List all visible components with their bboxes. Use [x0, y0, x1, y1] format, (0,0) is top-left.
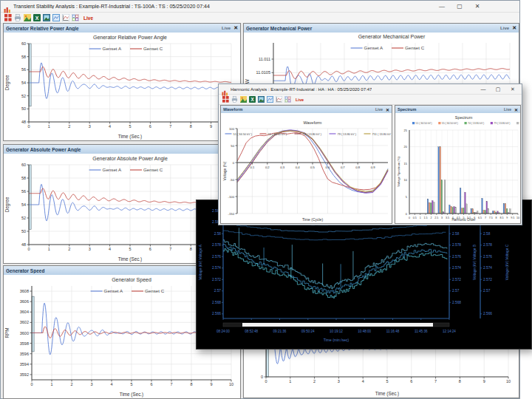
svg-text:2: 2 [430, 216, 432, 219]
svg-text:7: 7 [169, 124, 171, 129]
live-indicator: Live [83, 16, 93, 21]
line-plot-icon[interactable] [52, 14, 60, 21]
close-button[interactable]: ✕ [468, 1, 486, 12]
waveform-chart[interactable]: 0.10.20.30.40.50.60.70.80.9-150-100-5005… [221, 113, 392, 223]
svg-text:751 ( 13.80 kV ): 751 ( 13.80 kV ) [520, 122, 521, 125]
svg-text:52: 52 [21, 216, 26, 220]
svg-text:Time (Sec.): Time (Sec.) [118, 134, 142, 140]
maximize-button[interactable]: ▢ [491, 84, 505, 94]
svg-text:0.5: 0.5 [413, 216, 417, 219]
svg-text:3: 3 [90, 382, 92, 386]
svg-text:10:19:12: 10:19:12 [330, 330, 343, 333]
maximize-button[interactable]: ▢ [451, 1, 468, 12]
svg-text:0.5: 0.5 [310, 166, 315, 169]
line-plot-alt-icon[interactable] [276, 96, 282, 103]
svg-text:Voltage (kV) Voltage B: Voltage (kV) Voltage B [473, 245, 477, 280]
window-title: Harmonic Analysis : Example-RT-Industria… [231, 87, 372, 92]
svg-text:2.57: 2.57 [483, 289, 491, 293]
line-plot-alt-icon[interactable] [62, 14, 69, 21]
live-badge: Live [375, 107, 383, 112]
svg-text:5: 5 [129, 247, 131, 251]
svg-text:Voltage (%): Voltage (%) [222, 161, 227, 180]
minimize-button[interactable]: — [433, 1, 451, 12]
svg-text:09:50:24: 09:50:24 [301, 330, 315, 333]
line-plot-icon[interactable] [267, 96, 273, 103]
panel-caption: Generator Absolute Power Angle [6, 147, 222, 152]
svg-text:8: 8 [496, 216, 497, 219]
svg-text:2.572: 2.572 [483, 278, 492, 282]
svg-text:0.4: 0.4 [296, 166, 300, 169]
multi-plot-icon[interactable] [284, 96, 291, 103]
svg-text:Waveform: Waveform [304, 120, 322, 125]
svg-text:Genset A: Genset A [364, 45, 383, 50]
svg-text:0: 0 [30, 382, 33, 386]
svg-text:Voltage (kV) Voltage C: Voltage (kV) Voltage C [505, 244, 509, 280]
svg-text:60: 60 [21, 41, 26, 46]
svg-text:0: 0 [27, 124, 30, 129]
svg-text:79 ( 13.80 kV ): 79 ( 13.80 kV ) [338, 132, 357, 136]
svg-text:Genset C: Genset C [143, 167, 163, 172]
relative-power-angle-chart[interactable]: 01234567891048505254565860Generator Rela… [4, 33, 240, 140]
trend-scrollbar-thumb[interactable] [242, 323, 433, 327]
export-image-icon[interactable] [24, 14, 31, 21]
svg-text:2.58: 2.58 [483, 232, 491, 236]
export-image-icon[interactable] [240, 96, 247, 103]
svg-text:0: 0 [406, 212, 408, 216]
svg-text:2: 2 [70, 382, 72, 386]
svg-text:15: 15 [404, 162, 408, 166]
tile-windows-icon[interactable] [222, 96, 229, 103]
svg-text:-150: -150 [228, 212, 235, 216]
svg-text:9: 9 [210, 124, 212, 129]
svg-text:Generator Mechanical Power: Generator Mechanical Power [358, 34, 426, 39]
minimize-button[interactable]: — [476, 84, 491, 94]
svg-text:2.576: 2.576 [483, 255, 492, 259]
svg-text:48: 48 [21, 120, 26, 124]
svg-text:2.5: 2.5 [434, 216, 438, 219]
svg-text:2.57: 2.57 [452, 289, 460, 293]
svg-text:2.578: 2.578 [483, 243, 492, 247]
svg-text:48: 48 [21, 242, 26, 247]
svg-text:0.6: 0.6 [325, 166, 330, 169]
svg-text:74 ( 13.80 kV ): 74 ( 13.80 kV ) [303, 132, 322, 136]
svg-text:3: 3 [441, 216, 443, 219]
svg-text:751 ( 13.80 kV ): 751 ( 13.80 kV ) [372, 132, 392, 136]
close-button[interactable]: ✕ [505, 84, 520, 94]
svg-text:3598: 3598 [20, 341, 29, 346]
svg-text:11:16:48: 11:16:48 [386, 330, 400, 333]
svg-text:9: 9 [506, 216, 508, 219]
multi-plot-icon[interactable] [72, 14, 79, 21]
app-icon [4, 3, 11, 10]
copy-image-icon[interactable] [258, 96, 265, 103]
svg-text:6: 6 [410, 379, 412, 383]
excel-export-icon[interactable]: X [33, 14, 41, 21]
svg-text:56: 56 [21, 67, 26, 72]
spectrum-chart[interactable]: 00.511.522.533.544.555.566.577.588.599.5… [395, 113, 520, 223]
svg-text:54: 54 [21, 202, 26, 207]
svg-text:8: 8 [190, 124, 192, 129]
svg-text:Generator Speed: Generator Speed [112, 277, 151, 283]
svg-text:6.5: 6.5 [478, 216, 482, 219]
svg-text:2.576: 2.576 [212, 255, 221, 259]
svg-text:0.7: 0.7 [341, 166, 345, 169]
svg-text:0: 0 [27, 247, 30, 251]
printer-icon[interactable] [14, 14, 21, 21]
svg-text:20: 20 [404, 145, 408, 149]
svg-text:3594: 3594 [20, 362, 29, 366]
svg-text:2.578: 2.578 [452, 243, 461, 247]
svg-text:79 ( 13.80 kV ): 79 ( 13.80 kV ) [494, 122, 510, 125]
svg-text:74 ( 13.80 kV ): 74 ( 13.80 kV ) [468, 122, 484, 125]
svg-text:Spectrum: Spectrum [455, 115, 473, 120]
panel-close-button[interactable]: ✕ [514, 107, 518, 112]
panel-close-button[interactable]: ✕ [512, 25, 516, 31]
svg-text:10: 10 [229, 382, 233, 386]
svg-text:54: 54 [21, 81, 26, 85]
panel-close-button[interactable]: ✕ [233, 25, 238, 31]
copy-image-icon[interactable] [43, 14, 50, 21]
excel-export-icon[interactable]: X [249, 96, 256, 103]
printer-icon[interactable] [231, 96, 238, 103]
tile-windows-icon[interactable] [4, 14, 12, 21]
svg-text:50: 50 [231, 144, 234, 148]
panel-close-button[interactable]: ✕ [386, 107, 389, 112]
svg-text:Genset C: Genset C [143, 46, 163, 51]
svg-text:Degree: Degree [4, 75, 10, 90]
